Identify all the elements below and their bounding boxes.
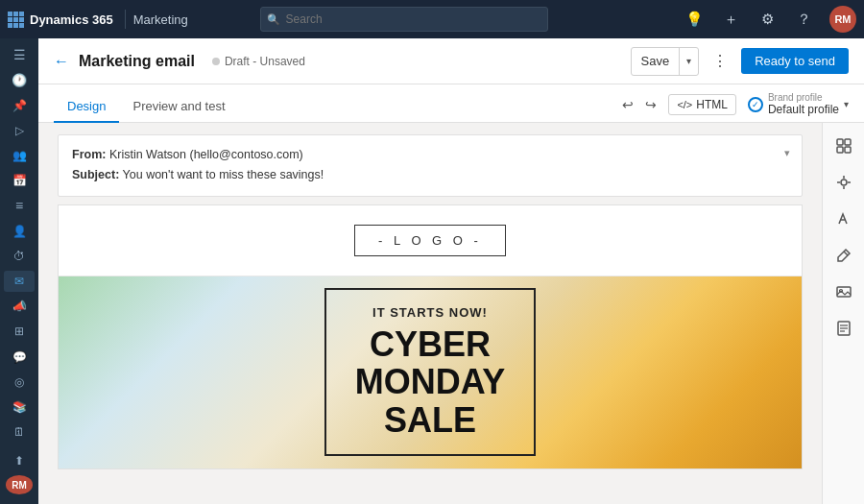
- settings-icon[interactable]: ⚙: [756, 8, 780, 31]
- sidebar-book-icon[interactable]: 📚: [4, 396, 35, 418]
- dynamics-label: Dynamics 365: [30, 12, 113, 27]
- hero-title-line1: CYBER: [355, 325, 506, 364]
- email-canvas[interactable]: From: Kristin Watson (hello@contoso.com)…: [38, 123, 822, 504]
- brand-profile-selector[interactable]: ✓ Brand profile Default profile ▾: [748, 92, 849, 116]
- sidebar-play-icon[interactable]: ▷: [4, 120, 35, 141]
- brand-profile-arrow[interactable]: ▾: [844, 99, 849, 109]
- brand-check-icon: ✓: [748, 97, 763, 112]
- topbar-right: 💡 ＋ ⚙ ？ RM: [684, 6, 856, 33]
- tab-preview[interactable]: Preview and test: [119, 91, 238, 123]
- sidebar-menu-icon[interactable]: ☰: [4, 44, 35, 65]
- panel-assets-icon[interactable]: [828, 276, 859, 307]
- from-row: From: Kristin Watson (hello@contoso.com): [72, 145, 788, 165]
- draft-status: Draft - Unsaved: [212, 55, 305, 68]
- tab-design[interactable]: Design: [54, 91, 119, 123]
- svg-rect-1: [845, 139, 851, 145]
- svg-rect-3: [845, 147, 851, 153]
- subject-row: Subject: You won't want to miss these sa…: [72, 165, 788, 185]
- svg-rect-11: [837, 287, 851, 297]
- app-module-name: Marketing: [133, 12, 188, 27]
- svg-line-10: [844, 252, 848, 255]
- logo-section[interactable]: - L O G O -: [59, 205, 802, 276]
- hero-section[interactable]: IT STARTS NOW! CYBER MONDAY SALE: [59, 276, 802, 468]
- save-dropdown-arrow[interactable]: ▾: [680, 48, 698, 75]
- sidebar-upload-icon[interactable]: ⬆: [4, 450, 35, 471]
- back-button[interactable]: ←: [54, 53, 69, 70]
- draft-dot: [212, 58, 220, 65]
- tabs-bar: Design Preview and test ↩ ↪ </> HTML ✓ B…: [38, 84, 864, 123]
- html-icon: </>: [677, 99, 692, 110]
- sidebar-segment-icon[interactable]: ⊞: [4, 321, 35, 342]
- tabs-right-actions: ↩ ↪ </> HTML ✓ Brand profile Default pro…: [622, 92, 849, 122]
- panel-layout-icon[interactable]: [828, 131, 859, 161]
- panel-design-icon[interactable]: [828, 240, 859, 271]
- sidebar-recent-icon[interactable]: 🕐: [4, 69, 35, 90]
- html-toggle-button[interactable]: </> HTML: [668, 94, 736, 115]
- subject-value: You won't want to miss these savings!: [123, 168, 324, 181]
- subheader-right: Save ▾ ⋮ Ready to send: [631, 47, 849, 76]
- hero-subtitle: IT STARTS NOW!: [355, 305, 506, 320]
- search-container: 🔍: [260, 7, 548, 32]
- hero-content: IT STARTS NOW! CYBER MONDAY SALE: [59, 276, 802, 468]
- sidebar-email-icon[interactable]: ✉: [4, 271, 35, 292]
- panel-styles-icon[interactable]: [828, 204, 859, 234]
- question-icon[interactable]: ？: [793, 8, 816, 31]
- main-layout: ☰ 🕐 📌 ▷ 👥 📅 ≡ 👤 ⏱ ✉ 📣 ⊞ 💬 ◎ 📚 🗓 ⬆ RM ← M…: [0, 38, 864, 504]
- sidebar-report-icon[interactable]: ◎: [4, 372, 35, 393]
- sidebar-campaign-icon[interactable]: 📣: [4, 296, 35, 317]
- from-value: Kristin Watson (hello@contoso.com): [109, 148, 303, 161]
- add-icon[interactable]: ＋: [720, 8, 743, 31]
- sidebar-pin-icon[interactable]: 📌: [4, 94, 35, 115]
- editor-area: From: Kristin Watson (hello@contoso.com)…: [38, 123, 864, 504]
- save-button[interactable]: Save ▾: [631, 47, 700, 76]
- email-metadata: From: Kristin Watson (hello@contoso.com)…: [58, 134, 803, 197]
- hero-title-line3: SALE: [355, 401, 506, 440]
- redo-button[interactable]: ↪: [645, 97, 657, 112]
- panel-elements-icon[interactable]: [828, 167, 859, 198]
- help-icon[interactable]: 💡: [684, 8, 707, 31]
- svg-rect-2: [837, 147, 843, 153]
- sidebar-calendar-icon[interactable]: 📅: [4, 170, 35, 191]
- sidebar-list-icon[interactable]: ≡: [4, 195, 35, 216]
- app-logo[interactable]: Dynamics 365: [8, 12, 113, 28]
- nav-divider: [125, 10, 126, 29]
- topbar: Dynamics 365 Marketing 🔍 💡 ＋ ⚙ ？ RM: [0, 0, 864, 38]
- more-options-button[interactable]: ⋮: [707, 48, 733, 74]
- svg-point-4: [841, 180, 847, 185]
- email-body: - L O G O - IT STARTS NOW! CYBER MONDAY: [58, 204, 803, 469]
- undo-button[interactable]: ↩: [622, 97, 634, 112]
- svg-rect-0: [837, 139, 843, 145]
- sidebar-chat-icon[interactable]: 💬: [4, 346, 35, 367]
- right-panel: [822, 123, 864, 504]
- sidebar-event-icon[interactable]: 🗓: [4, 421, 35, 443]
- sidebar-avatar[interactable]: RM: [6, 475, 33, 493]
- search-icon: 🔍: [267, 13, 280, 26]
- content-area: ← Marketing email Draft - Unsaved Save ▾…: [38, 38, 864, 504]
- hero-title: CYBER MONDAY SALE: [355, 325, 506, 440]
- sidebar-history-icon[interactable]: ⏱: [4, 246, 35, 267]
- sidebar-contact-icon[interactable]: 👤: [4, 220, 35, 241]
- logo-placeholder: - L O G O -: [354, 225, 506, 256]
- page-title: Marketing email: [79, 53, 195, 70]
- grid-icon: [8, 12, 24, 28]
- user-avatar[interactable]: RM: [829, 6, 856, 33]
- search-input[interactable]: [260, 7, 548, 32]
- sidebar-people-icon[interactable]: 👥: [4, 145, 35, 166]
- sidebar-left: ☰ 🕐 📌 ▷ 👥 📅 ≡ 👤 ⏱ ✉ 📣 ⊞ 💬 ◎ 📚 🗓 ⬆ RM: [0, 38, 38, 504]
- hero-border-box: IT STARTS NOW! CYBER MONDAY SALE: [324, 288, 537, 457]
- subheader: ← Marketing email Draft - Unsaved Save ▾…: [38, 38, 864, 84]
- ready-to-send-button[interactable]: Ready to send: [741, 48, 849, 74]
- from-label: From:: [72, 148, 106, 161]
- subject-label: Subject:: [72, 168, 119, 181]
- panel-content-icon[interactable]: [828, 313, 859, 344]
- hero-title-line2: MONDAY: [355, 363, 506, 401]
- expand-meta-icon[interactable]: ▾: [784, 147, 790, 159]
